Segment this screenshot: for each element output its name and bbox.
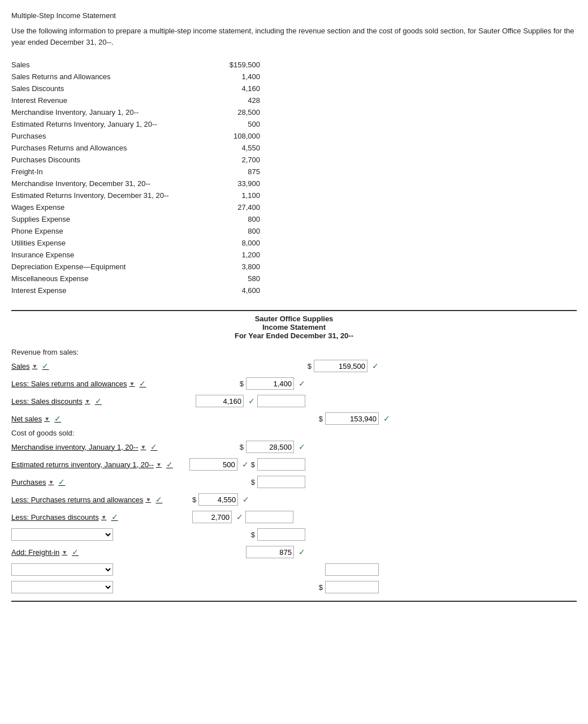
sales-row: Sales ▼ ✓ $ ✓ bbox=[11, 359, 577, 373]
income-statement: Sauter Office Supplies Income Statement … bbox=[11, 310, 577, 602]
sales-value-check: ✓ bbox=[372, 361, 379, 370]
net-sales-check: ✓ bbox=[54, 414, 61, 423]
less-returns-check: ✓ bbox=[139, 379, 146, 388]
given-data-value: 3,800 bbox=[192, 262, 260, 271]
given-data-row: Purchases Returns and Allowances 4,550 bbox=[11, 142, 577, 154]
statement-body: Revenue from sales: Sales ▼ ✓ $ ✓ bbox=[11, 344, 577, 601]
given-data-label: Miscellaneous Expense bbox=[11, 274, 192, 283]
less-purch-discounts-dropdown-arrow[interactable]: ▼ bbox=[101, 514, 107, 520]
less-purch-returns-label[interactable]: Less: Purchases returns and allowances ▼… bbox=[11, 495, 192, 504]
sales-dropdown-arrow[interactable]: ▼ bbox=[32, 363, 38, 369]
given-data-row: Interest Revenue 428 bbox=[11, 94, 577, 106]
given-data-label: Estimated Returns Inventory, January 1, … bbox=[11, 120, 192, 128]
net-sales-label[interactable]: Net sales ▼ ✓ bbox=[11, 414, 192, 423]
merch-inv-dollar: $ bbox=[240, 443, 244, 451]
blank-dropdown-row-2 bbox=[11, 562, 577, 577]
est-returns-inv-input2[interactable] bbox=[257, 458, 305, 471]
add-freight-row: Add: Freight-in ▼ ✓ ✓ bbox=[11, 545, 577, 559]
less-discounts-value-check: ✓ bbox=[248, 397, 255, 406]
given-data-value: 580 bbox=[192, 274, 260, 283]
less-sales-discounts-label[interactable]: Less: Sales discounts ▼ ✓ bbox=[11, 397, 192, 406]
less-purch-discounts-row: Less: Purchases discounts ▼ ✓ ✓ bbox=[11, 510, 577, 524]
company-name: Sauter Office Supplies bbox=[11, 314, 577, 323]
merch-inv-label[interactable]: Merchandise inventory, January 1, 20-- ▼… bbox=[11, 442, 192, 451]
add-freight-input[interactable] bbox=[246, 546, 294, 558]
add-freight-label[interactable]: Add: Freight-in ▼ ✓ bbox=[11, 548, 192, 557]
given-data-value: 8,000 bbox=[192, 239, 260, 247]
cogs-section-label: Cost of goods sold: bbox=[11, 429, 577, 437]
less-purch-returns-input[interactable] bbox=[198, 493, 238, 506]
less-purch-returns-value-check: ✓ bbox=[243, 495, 249, 504]
given-data-label: Interest Expense bbox=[11, 286, 192, 295]
add-freight-dropdown-arrow[interactable]: ▼ bbox=[62, 549, 67, 555]
net-sales-dollar: $ bbox=[319, 415, 323, 423]
net-sales-dropdown-arrow[interactable]: ▼ bbox=[44, 416, 50, 422]
add-freight-check: ✓ bbox=[72, 548, 79, 557]
est-returns-inv-dropdown-arrow[interactable]: ▼ bbox=[156, 462, 162, 468]
purchases-input[interactable] bbox=[257, 476, 305, 488]
blank-row2-wide-input[interactable] bbox=[325, 563, 379, 576]
given-data-row: Purchases 108,000 bbox=[11, 130, 577, 142]
given-data-label: Utilities Expense bbox=[11, 239, 192, 247]
purchases-check: ✓ bbox=[58, 477, 65, 486]
given-data-label: Purchases Discounts bbox=[11, 156, 192, 164]
net-sales-input[interactable] bbox=[325, 412, 379, 425]
less-purch-discounts-label[interactable]: Less: Purchases discounts ▼ ✓ bbox=[11, 512, 192, 522]
less-sales-discounts-row: Less: Sales discounts ▼ ✓ ✓ bbox=[11, 394, 577, 408]
given-data-row: Freight-In 875 bbox=[11, 166, 577, 178]
blank-dropdown-3[interactable] bbox=[11, 581, 113, 593]
purchases-label[interactable]: Purchases ▼ ✓ bbox=[11, 477, 192, 486]
given-data-row: Interest Expense 4,600 bbox=[11, 285, 577, 296]
est-returns-inv-label[interactable]: Estimated returns inventory, January 1, … bbox=[11, 460, 192, 469]
given-data-value: 500 bbox=[192, 120, 260, 128]
given-data-value: 800 bbox=[192, 215, 260, 223]
sales-label[interactable]: Sales ▼ ✓ bbox=[11, 361, 192, 370]
given-data-value: 1,200 bbox=[192, 251, 260, 259]
given-data-value: 108,000 bbox=[192, 132, 260, 140]
given-data-table: Sales $159,500 Sales Returns and Allowan… bbox=[11, 59, 577, 296]
less-returns-dropdown-arrow[interactable]: ▼ bbox=[129, 381, 135, 387]
given-data-label: Interest Revenue bbox=[11, 96, 192, 105]
given-data-label: Merchandise Inventory, January 1, 20-- bbox=[11, 108, 192, 117]
less-discounts-dropdown-arrow[interactable]: ▼ bbox=[85, 398, 90, 404]
less-purch-returns-check: ✓ bbox=[155, 495, 162, 504]
given-data-row: Sales Returns and Allowances 1,400 bbox=[11, 71, 577, 83]
less-returns-input[interactable] bbox=[246, 377, 294, 390]
less-returns-dollar: $ bbox=[240, 380, 244, 388]
given-data-row: Phone Expense 800 bbox=[11, 225, 577, 237]
less-sales-returns-label[interactable]: Less: Sales returns and allowances ▼ ✓ bbox=[11, 379, 192, 388]
given-data-label: Sales Returns and Allowances bbox=[11, 72, 192, 81]
given-data-row: Utilities Expense 8,000 bbox=[11, 237, 577, 249]
given-data-row: Insurance Expense 1,200 bbox=[11, 249, 577, 261]
less-discounts-check: ✓ bbox=[95, 397, 102, 406]
given-data-value: 1,400 bbox=[192, 72, 260, 81]
blank-row1-input[interactable] bbox=[257, 528, 305, 541]
less-purch-returns-dropdown-arrow[interactable]: ▼ bbox=[145, 497, 151, 503]
less-purch-discounts-input2[interactable] bbox=[245, 511, 293, 523]
blank-dropdown-2[interactable] bbox=[11, 563, 113, 576]
given-data-label: Wages Expense bbox=[11, 203, 192, 212]
sales-input[interactable] bbox=[314, 360, 368, 372]
merch-inv-dropdown-arrow[interactable]: ▼ bbox=[140, 444, 146, 450]
less-purch-discounts-input[interactable] bbox=[192, 511, 232, 523]
statement-period: For Year Ended December 31, 20-- bbox=[11, 331, 577, 340]
blank-dropdown-1[interactable] bbox=[11, 528, 113, 541]
blank-row1-dollar: $ bbox=[251, 531, 255, 539]
est-returns-inv-value-check: ✓ bbox=[242, 460, 249, 469]
purchases-dollar: $ bbox=[251, 478, 255, 486]
less-discounts-input[interactable] bbox=[196, 395, 244, 407]
given-data-row: Wages Expense 27,400 bbox=[11, 201, 577, 213]
blank-row3-wide-input[interactable] bbox=[325, 581, 379, 593]
net-sales-row: Net sales ▼ ✓ $ ✓ bbox=[11, 411, 577, 426]
purchases-dropdown-arrow[interactable]: ▼ bbox=[48, 479, 54, 485]
merch-inv-input[interactable] bbox=[246, 441, 294, 453]
less-discounts-subtotal-input[interactable] bbox=[257, 395, 305, 407]
given-data-value: 2,700 bbox=[192, 156, 260, 164]
statement-title: Income Statement bbox=[11, 323, 577, 331]
given-data-value: 428 bbox=[192, 96, 260, 105]
est-returns-inv-input[interactable] bbox=[189, 458, 237, 471]
given-data-row: Estimated Returns Inventory, December 31… bbox=[11, 189, 577, 201]
less-purch-returns-dollar: $ bbox=[192, 495, 196, 504]
given-data-label: Estimated Returns Inventory, December 31… bbox=[11, 191, 192, 200]
given-data-label: Depreciation Expense—Equipment bbox=[11, 262, 192, 271]
